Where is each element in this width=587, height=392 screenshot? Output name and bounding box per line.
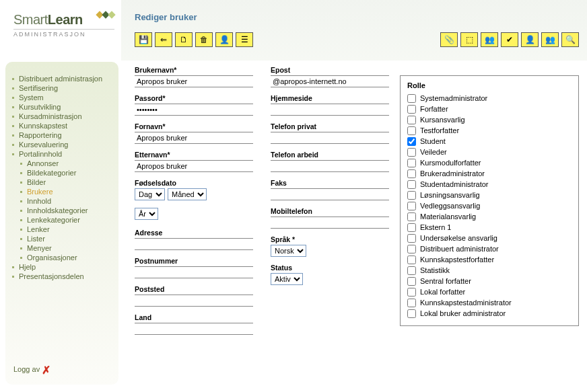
input-poststed[interactable] bbox=[135, 295, 253, 307]
attach-icon[interactable]: 📎 bbox=[440, 32, 458, 47]
input-telefon_privat[interactable] bbox=[271, 132, 389, 144]
input-faks[interactable] bbox=[271, 188, 389, 200]
role-checkbox-veileder[interactable] bbox=[407, 148, 416, 157]
input-etternavn[interactable] bbox=[135, 160, 253, 172]
select-sprak[interactable]: Norsk bbox=[271, 245, 306, 257]
select-fodselsdato-year[interactable]: År bbox=[135, 208, 158, 220]
select-status[interactable]: Aktiv bbox=[271, 273, 303, 285]
sidebar-item-kursevaluering[interactable]: Kursevaluering bbox=[12, 140, 112, 149]
role-checkbox-vedleggsansvarlig[interactable] bbox=[407, 202, 416, 210]
org-icon[interactable]: ⬚ bbox=[460, 32, 478, 47]
role-checkbox-systemadministrator[interactable] bbox=[407, 94, 416, 103]
field-adresse: Adresse bbox=[135, 229, 253, 250]
sidebar-item-kursutvikling[interactable]: Kursutvikling bbox=[12, 102, 112, 112]
role-row: Forfatter bbox=[407, 104, 572, 114]
sidebar-item-kursadministrasjon[interactable]: Kursadministrasjon bbox=[12, 112, 112, 121]
save-icon[interactable]: 💾 bbox=[135, 32, 152, 47]
role-checkbox-kursmodulforfatter[interactable] bbox=[407, 159, 416, 167]
new-icon[interactable]: 🗋 bbox=[175, 32, 193, 47]
input-passord[interactable] bbox=[135, 104, 253, 116]
sidebar-item-lister[interactable]: Lister bbox=[12, 234, 112, 243]
role-checkbox-student[interactable] bbox=[407, 137, 416, 146]
stats-icon[interactable]: 👥 bbox=[481, 32, 498, 47]
role-row: Lokal bruker administrator bbox=[407, 308, 572, 319]
field-mobiltelefon: Mobiltelefon bbox=[271, 207, 389, 229]
sidebar-item-innhold[interactable]: Innhold bbox=[12, 196, 112, 206]
sidebar-item-presentasjonsdelen[interactable]: Presentasjonsdelen bbox=[12, 272, 112, 281]
input-hjemmeside[interactable] bbox=[271, 104, 389, 116]
course-user-icon[interactable]: 👤 bbox=[521, 32, 539, 47]
input-epost[interactable] bbox=[271, 75, 389, 87]
sidebar-item-menyer[interactable]: Menyer bbox=[12, 243, 112, 253]
input-fornavn[interactable] bbox=[135, 132, 253, 144]
role-checkbox-testforfatter[interactable] bbox=[407, 126, 416, 135]
label-fodselsdato: Fødselsdato bbox=[135, 179, 253, 187]
role-row: Materialansvarlig bbox=[407, 211, 572, 222]
role-checkbox-sentral-forfatter[interactable] bbox=[407, 277, 416, 286]
approve-icon[interactable]: ✔ bbox=[501, 32, 518, 47]
input-mobiltelefon[interactable] bbox=[271, 217, 389, 229]
user-role-icon[interactable]: 👤 bbox=[215, 32, 233, 47]
role-checkbox-lokal-bruker-administrator[interactable] bbox=[407, 309, 416, 318]
input-land[interactable] bbox=[135, 323, 253, 335]
field-telefon_arbeid: Telefon arbeid bbox=[271, 151, 389, 172]
sidebar: Distribuert administrasjonSertifiseringS… bbox=[5, 62, 118, 385]
back-icon[interactable]: ⇐ bbox=[155, 32, 172, 47]
input-adresse[interactable] bbox=[135, 238, 253, 250]
role-label: Kursmodulforfatter bbox=[420, 159, 481, 167]
role-checkbox-ekstern-1[interactable] bbox=[407, 223, 416, 232]
role-checkbox-kunnskapstestforfatter[interactable] bbox=[407, 256, 416, 264]
role-label: Lokal bruker administrator bbox=[420, 309, 506, 317]
sidebar-item-bildekategorier[interactable]: Bildekategorier bbox=[12, 168, 112, 178]
role-label: Veileder bbox=[420, 148, 447, 156]
role-checkbox-brukeradministrator[interactable] bbox=[407, 169, 416, 178]
sidebar-item-rapportering[interactable]: Rapportering bbox=[12, 130, 112, 140]
sidebar-item-annonser[interactable]: Annonser bbox=[12, 159, 112, 168]
role-checkbox-kursansvarlig[interactable] bbox=[407, 116, 416, 124]
logout-link[interactable]: Logg av ✗ bbox=[13, 364, 50, 377]
role-checkbox-undersøkelse-ansvarlig[interactable] bbox=[407, 234, 416, 243]
role-checkbox-studentadministrator[interactable] bbox=[407, 180, 416, 189]
sidebar-item-hjelp[interactable]: Hjelp bbox=[12, 262, 112, 272]
label-adresse: Adresse bbox=[135, 229, 253, 237]
sidebar-item-distribuert-administrasjon[interactable]: Distribuert administrasjon bbox=[12, 74, 112, 83]
sidebar-item-bilder[interactable]: Bilder bbox=[12, 178, 112, 187]
search-icon[interactable]: 🔍 bbox=[561, 32, 579, 47]
sidebar-item-sertifisering[interactable]: Sertifisering bbox=[12, 83, 112, 93]
group-icon[interactable]: 👥 bbox=[541, 32, 559, 47]
sidebar-item-lenker[interactable]: Lenker bbox=[12, 225, 112, 234]
input-postnummer[interactable] bbox=[135, 266, 253, 278]
label-etternavn: Etternavn* bbox=[135, 151, 253, 159]
sidebar-item-kunnskapstest[interactable]: Kunnskapstest bbox=[12, 121, 112, 130]
role-checkbox-statistikk[interactable] bbox=[407, 266, 416, 275]
sidebar-item-lenkekategorier[interactable]: Lenkekategorier bbox=[12, 215, 112, 225]
role-label: Løsningsansvarlig bbox=[420, 191, 480, 199]
role-checkbox-løsningsansvarlig[interactable] bbox=[407, 191, 416, 200]
sidebar-item-brukere[interactable]: Brukere bbox=[12, 187, 112, 196]
role-checkbox-distribuert-administrator[interactable] bbox=[407, 245, 416, 253]
role-label: Statistikk bbox=[420, 266, 450, 274]
sidebar-item-organisasjoner[interactable]: Organisasjoner bbox=[12, 253, 112, 262]
select-fodselsdato-day[interactable]: Dag bbox=[135, 188, 165, 200]
input-brukernavn[interactable] bbox=[135, 75, 253, 87]
select-fodselsdato-month[interactable]: Måned bbox=[168, 188, 207, 200]
list-icon[interactable]: ☰ bbox=[236, 32, 253, 47]
role-checkbox-kunnskapstestadministrator[interactable] bbox=[407, 299, 416, 307]
role-checkbox-materialansvarlig[interactable] bbox=[407, 212, 416, 221]
label-sprak: Språk * bbox=[271, 235, 389, 243]
field-faks: Faks bbox=[271, 179, 389, 200]
role-checkbox-lokal-forfatter[interactable] bbox=[407, 288, 416, 297]
delete-icon[interactable]: 🗑 bbox=[195, 32, 213, 47]
logo-decor bbox=[97, 12, 114, 17]
sidebar-item-innholdskategorier[interactable]: Innholdskategorier bbox=[12, 206, 112, 215]
input-telefon_arbeid[interactable] bbox=[271, 160, 389, 172]
label-telefon_arbeid: Telefon arbeid bbox=[271, 151, 389, 159]
sidebar-item-portalinnhold[interactable]: Portalinnhold bbox=[12, 149, 112, 159]
role-checkbox-forfatter[interactable] bbox=[407, 105, 416, 114]
sidebar-item-system[interactable]: System bbox=[12, 93, 112, 102]
role-row: Studentadministrator bbox=[407, 179, 572, 190]
role-row: Student bbox=[407, 136, 572, 147]
field-fodselsdato: FødselsdatoDagMånedÅr bbox=[135, 179, 253, 222]
toolbar-right: 📎⬚👥✔👤👥🔍 bbox=[440, 32, 579, 47]
role-row: Statistikk bbox=[407, 265, 572, 276]
